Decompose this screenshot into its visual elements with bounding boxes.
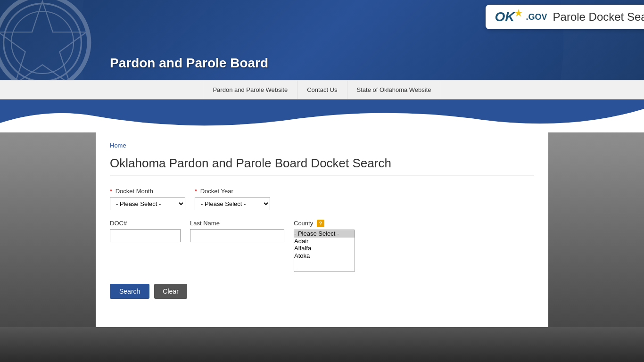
nav-contact-link[interactable]: Contact Us bbox=[297, 81, 347, 99]
clear-button[interactable]: Clear bbox=[154, 284, 187, 299]
wave-svg bbox=[0, 99, 644, 132]
svg-point-1 bbox=[4, 4, 82, 81]
county-label: County ? bbox=[294, 220, 355, 227]
docket-search-form: * Docket Month - Please Select - January… bbox=[110, 188, 534, 299]
form-group-doc: DOC# bbox=[110, 220, 181, 242]
site-title: Parole Docket Search bbox=[553, 10, 644, 24]
county-option-adair[interactable]: Adair bbox=[294, 238, 355, 245]
breadcrumb: Home bbox=[110, 142, 534, 149]
blue-header-banner: Pardon and Parole Board OK ★ .GOV Parole… bbox=[0, 0, 644, 80]
page-wrapper: Pardon and Parole Board OK ★ .GOV Parole… bbox=[0, 0, 644, 362]
search-button[interactable]: Search bbox=[110, 284, 149, 299]
county-help-icon[interactable]: ? bbox=[317, 220, 324, 227]
nav-inner: Pardon and Parole Website Contact Us Sta… bbox=[0, 81, 644, 99]
wave-decoration bbox=[0, 99, 644, 132]
county-option-alfalfa[interactable]: Alfalfa bbox=[294, 245, 355, 252]
doc-label: DOC# bbox=[110, 220, 181, 227]
okgov-star: ★ bbox=[514, 7, 523, 19]
form-group-docket-year: * Docket Year - Please Select - 2024 202… bbox=[195, 188, 270, 210]
page-title: Oklahoma Pardon and Parole Board Docket … bbox=[110, 156, 534, 176]
footer-dark bbox=[0, 327, 644, 362]
last-name-input[interactable] bbox=[190, 229, 284, 242]
docket-month-select[interactable]: - Please Select - January February March… bbox=[110, 197, 185, 210]
okgov-bar: OK ★ .GOV Parole Docket Search bbox=[486, 5, 644, 29]
button-row: Search Clear bbox=[110, 284, 534, 299]
county-listbox[interactable]: - Please Select - Adair Alfalfa Atoka bbox=[294, 230, 355, 272]
okgov-gov-text: .GOV bbox=[526, 12, 547, 22]
nav-pardon-link[interactable]: Pardon and Parole Website bbox=[203, 81, 297, 99]
board-title: Pardon and Parole Board bbox=[110, 56, 268, 70]
required-star-year: * bbox=[195, 188, 197, 195]
docket-month-label: * Docket Month bbox=[110, 188, 185, 195]
form-row-docket: * Docket Month - Please Select - January… bbox=[110, 188, 534, 210]
county-option-atoka[interactable]: Atoka bbox=[294, 252, 355, 260]
doc-input[interactable] bbox=[110, 229, 181, 242]
form-group-docket-month: * Docket Month - Please Select - January… bbox=[110, 188, 185, 210]
okgov-ok-text: OK bbox=[495, 9, 515, 25]
seal-decoration bbox=[0, 0, 94, 80]
docket-year-select[interactable]: - Please Select - 2024 2023 2022 2021 20… bbox=[195, 197, 270, 210]
okgov-logo: OK ★ .GOV bbox=[495, 9, 547, 25]
header-zone: Pardon and Parole Board OK ★ .GOV Parole… bbox=[0, 0, 644, 132]
last-name-label: Last Name bbox=[190, 220, 284, 227]
required-star-month: * bbox=[110, 188, 112, 195]
form-group-county: County ? - Please Select - Adair Alfalfa… bbox=[294, 220, 355, 272]
content-area: Home Oklahoma Pardon and Parole Board Do… bbox=[96, 132, 548, 327]
form-row-details: DOC# Last Name County ? - Please Select … bbox=[110, 220, 534, 272]
nav-bar: Pardon and Parole Website Contact Us Sta… bbox=[0, 80, 644, 99]
breadcrumb-home-link[interactable]: Home bbox=[110, 142, 126, 149]
docket-year-label: * Docket Year bbox=[195, 188, 270, 195]
nav-state-link[interactable]: State of Oklahoma Website bbox=[347, 81, 441, 99]
county-option-please[interactable]: - Please Select - bbox=[294, 230, 355, 238]
form-group-lastname: Last Name bbox=[190, 220, 284, 242]
